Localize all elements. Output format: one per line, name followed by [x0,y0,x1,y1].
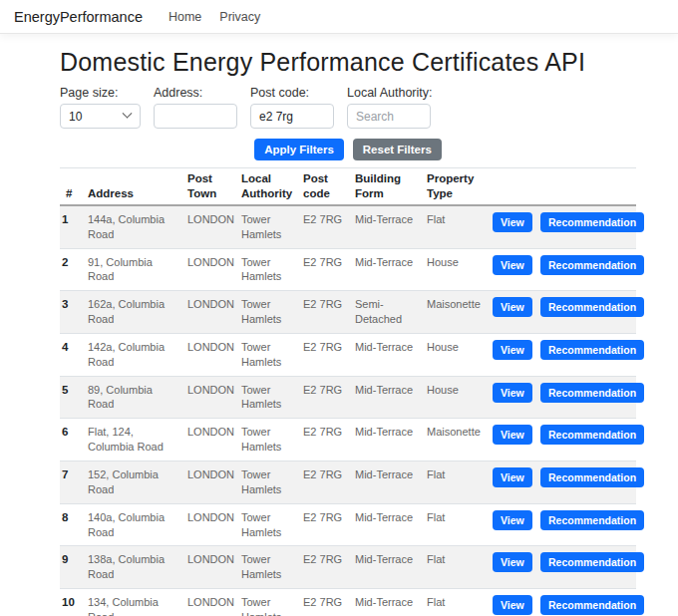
view-button[interactable]: View [493,467,532,487]
view-button[interactable]: View [493,510,532,530]
local-authority-input[interactable] [347,104,431,129]
view-button[interactable]: View [493,255,532,275]
recommendation-button[interactable]: Recommendation [540,212,644,232]
view-button[interactable]: View [493,595,532,615]
cell-post-code: E2 7RG [297,376,349,419]
recommendation-button[interactable]: Recommendation [540,340,644,360]
cell-local-authority: Tower Hamlets [235,376,297,419]
cell-post-town: LONDON [181,589,235,616]
cell-post-town: LONDON [181,503,235,546]
col-header-recommendation [534,168,636,205]
cell-post-code: E2 7RG [297,419,349,462]
cell-post-town: LONDON [181,376,235,419]
view-button[interactable]: View [493,552,532,572]
cell-address: 89, Columbia Road [82,376,181,419]
cell-local-authority: Tower Hamlets [235,291,297,334]
cell-building-form: Mid-Terrace [349,589,421,616]
page-size-value: 10 [69,110,82,124]
cell-property-type: Flat [421,462,487,504]
cell-address: 138a, Columbia Road [82,546,181,589]
main-content: Domestic Energy Performance Certificates… [0,48,678,616]
filter-bar: Page size: 10 Address: Post code: Local … [60,86,678,129]
row-number: 2 [60,248,82,291]
cell-address: 144a, Columbia Road [82,205,181,248]
nav-link-home[interactable]: Home [169,10,201,24]
cell-post-town: LONDON [181,419,235,462]
col-header-num: # [60,168,82,205]
address-input[interactable] [154,104,237,129]
recommendation-button[interactable]: Recommendation [540,467,644,487]
col-header-view [487,168,534,205]
cell-local-authority: Tower Hamlets [235,503,297,546]
reset-filters-button[interactable]: Reset Filters [353,139,442,160]
recommendation-button[interactable]: Recommendation [540,510,644,530]
row-number: 6 [60,419,82,462]
cell-post-code: E2 7RG [297,462,349,504]
address-label: Address: [154,86,237,100]
chevron-down-icon [123,109,133,119]
cell-address: 152, Columbia Road [82,462,181,504]
cell-post-code: E2 7RG [297,333,349,376]
cell-post-code: E2 7RG [297,205,349,248]
page-size-label: Page size: [60,86,141,100]
cell-building-form: Mid-Terrace [349,376,421,419]
cell-post-code: E2 7RG [297,589,349,616]
table-row: 9 138a, Columbia Road LONDON Tower Hamle… [60,546,636,589]
page-size-select[interactable]: 10 [60,104,141,129]
table-row: 8 140a, Columbia Road LONDON Tower Hamle… [60,503,636,546]
row-number: 8 [60,503,82,546]
cell-building-form: Mid-Terrace [349,419,421,462]
cell-building-form: Mid-Terrace [349,205,421,248]
results-table: # Address Post Town Local Authority Post… [60,167,636,616]
local-authority-label: Local Authority: [347,86,432,100]
col-header-post-town: Post Town [181,168,235,205]
address-group: Address: [154,86,237,129]
table-row: 3 162a, Columbia Road LONDON Tower Hamle… [60,291,636,334]
view-button[interactable]: View [493,297,532,317]
recommendation-button[interactable]: Recommendation [540,425,644,445]
row-number: 10 [60,589,82,616]
recommendation-button[interactable]: Recommendation [540,552,644,572]
table-row: 2 91, Columbia Road LONDON Tower Hamlets… [60,248,636,291]
row-number: 5 [60,376,82,419]
recommendation-button[interactable]: Recommendation [540,297,644,317]
cell-local-authority: Tower Hamlets [235,333,297,376]
cell-local-authority: Tower Hamlets [235,248,297,291]
cell-property-type: House [421,333,487,376]
col-header-local-authority: Local Authority [235,168,297,205]
col-header-property-type: Property Type [421,168,487,205]
row-number: 9 [60,546,82,589]
local-authority-group: Local Authority: [347,86,432,129]
view-button[interactable]: View [493,340,532,360]
nav-link-privacy[interactable]: Privacy [219,10,260,24]
recommendation-button[interactable]: Recommendation [540,383,644,403]
view-button[interactable]: View [493,383,532,403]
cell-building-form: Mid-Terrace [349,503,421,546]
navbar: EnergyPerformance Home Privacy [0,0,678,34]
cell-local-authority: Tower Hamlets [235,205,297,248]
post-code-input[interactable] [250,104,334,129]
filter-actions: Apply Filters Reset Filters [60,139,636,160]
cell-address: 91, Columbia Road [82,248,181,291]
apply-filters-button[interactable]: Apply Filters [254,139,344,160]
row-number: 1 [60,205,82,248]
col-header-building-form: Building Form [349,168,421,205]
cell-address: Flat, 124, Columbia Road [82,419,181,462]
view-button[interactable]: View [493,212,532,232]
cell-building-form: Mid-Terrace [349,248,421,291]
table-row: 1 144a, Columbia Road LONDON Tower Hamle… [60,205,636,248]
cell-local-authority: Tower Hamlets [235,589,297,616]
recommendation-button[interactable]: Recommendation [540,595,644,615]
cell-local-authority: Tower Hamlets [235,462,297,504]
view-button[interactable]: View [493,425,532,445]
cell-building-form: Mid-Terrace [349,462,421,504]
cell-post-town: LONDON [181,333,235,376]
brand[interactable]: EnergyPerformance [14,9,143,25]
cell-post-town: LONDON [181,291,235,334]
cell-property-type: Flat [421,503,487,546]
cell-property-type: Maisonette [421,291,487,334]
recommendation-button[interactable]: Recommendation [540,255,644,275]
cell-address: 142a, Columbia Road [82,333,181,376]
cell-property-type: Flat [421,546,487,589]
cell-building-form: Mid-Terrace [349,546,421,589]
